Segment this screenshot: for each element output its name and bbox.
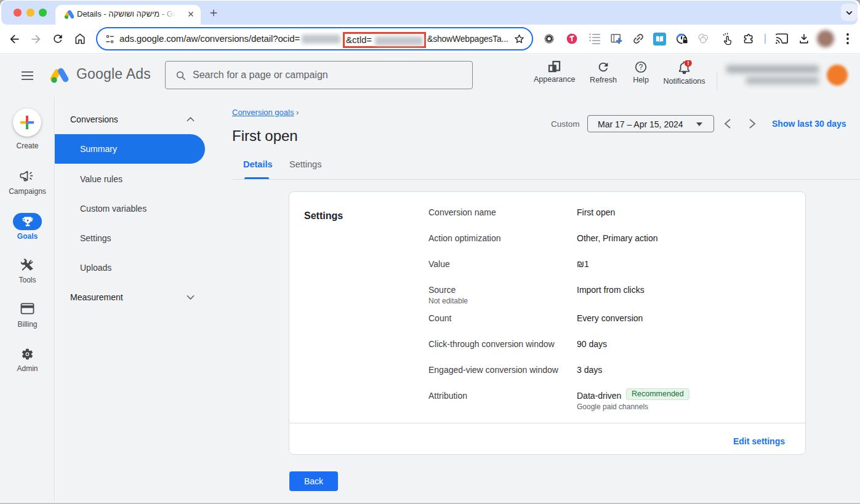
svg-text:?: ? bbox=[639, 63, 643, 71]
